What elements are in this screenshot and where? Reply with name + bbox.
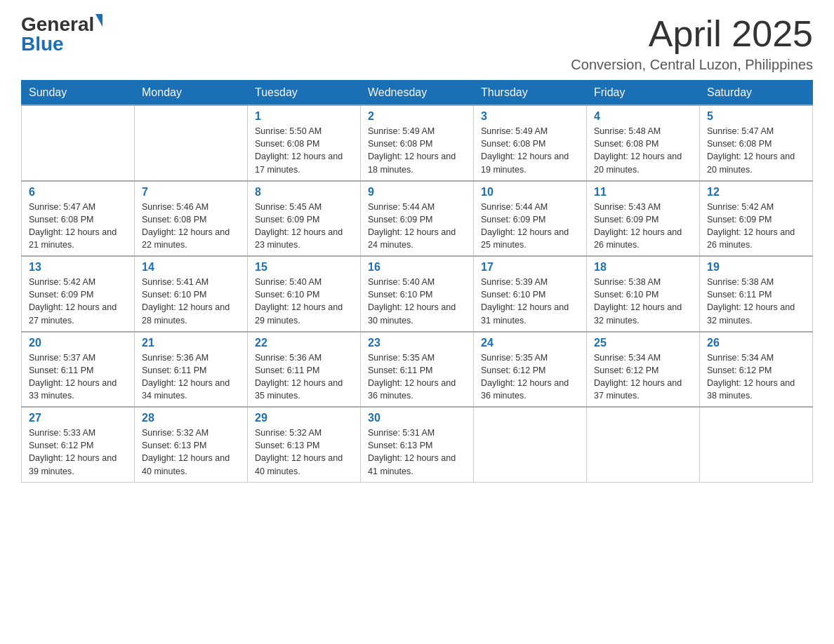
day-info: Sunrise: 5:34 AMSunset: 6:12 PMDaylight:… — [594, 351, 692, 403]
day-cell: 9Sunrise: 5:44 AMSunset: 6:09 PMDaylight… — [361, 181, 474, 257]
day-number: 16 — [368, 261, 466, 274]
day-info: Sunrise: 5:42 AMSunset: 6:09 PMDaylight:… — [29, 276, 127, 327]
day-cell: 14Sunrise: 5:41 AMSunset: 6:10 PMDayligh… — [135, 256, 248, 332]
day-number: 1 — [255, 110, 353, 123]
day-info: Sunrise: 5:39 AMSunset: 6:10 PMDaylight:… — [481, 276, 579, 327]
day-cell: 4Sunrise: 5:48 AMSunset: 6:08 PMDaylight… — [587, 105, 700, 181]
day-info: Sunrise: 5:44 AMSunset: 6:09 PMDaylight:… — [481, 201, 579, 252]
day-number: 14 — [142, 261, 240, 274]
day-cell — [22, 105, 135, 181]
day-cell — [587, 407, 700, 482]
month-title: April 2025 — [571, 14, 813, 54]
day-cell: 3Sunrise: 5:49 AMSunset: 6:08 PMDaylight… — [474, 105, 587, 181]
day-info: Sunrise: 5:32 AMSunset: 6:13 PMDaylight:… — [142, 427, 240, 478]
day-cell: 1Sunrise: 5:50 AMSunset: 6:08 PMDaylight… — [248, 105, 361, 181]
day-number: 7 — [142, 186, 240, 199]
day-info: Sunrise: 5:50 AMSunset: 6:08 PMDaylight:… — [255, 125, 353, 176]
day-info: Sunrise: 5:49 AMSunset: 6:08 PMDaylight:… — [481, 125, 579, 176]
week-row-4: 20Sunrise: 5:37 AMSunset: 6:11 PMDayligh… — [22, 332, 813, 408]
week-row-1: 1Sunrise: 5:50 AMSunset: 6:08 PMDaylight… — [22, 105, 813, 181]
day-number: 12 — [707, 186, 805, 199]
day-cell: 25Sunrise: 5:34 AMSunset: 6:12 PMDayligh… — [587, 332, 700, 408]
title-section: April 2025 Conversion, Central Luzon, Ph… — [571, 14, 813, 73]
calendar-table: SundayMondayTuesdayWednesdayThursdayFrid… — [21, 80, 813, 483]
day-number: 4 — [594, 110, 692, 123]
day-number: 20 — [29, 337, 127, 349]
day-cell: 8Sunrise: 5:45 AMSunset: 6:09 PMDaylight… — [248, 181, 361, 257]
day-number: 10 — [481, 186, 579, 199]
day-info: Sunrise: 5:42 AMSunset: 6:09 PMDaylight:… — [707, 201, 805, 252]
day-info: Sunrise: 5:35 AMSunset: 6:11 PMDaylight:… — [368, 351, 466, 403]
day-info: Sunrise: 5:47 AMSunset: 6:08 PMDaylight:… — [707, 125, 805, 176]
day-cell: 12Sunrise: 5:42 AMSunset: 6:09 PMDayligh… — [700, 181, 813, 257]
day-number: 13 — [29, 261, 127, 274]
day-number: 25 — [594, 337, 692, 349]
day-info: Sunrise: 5:40 AMSunset: 6:10 PMDaylight:… — [255, 276, 353, 327]
day-info: Sunrise: 5:43 AMSunset: 6:09 PMDaylight:… — [594, 201, 692, 252]
header-cell-thursday: Thursday — [474, 81, 587, 106]
location-title: Conversion, Central Luzon, Philippines — [571, 57, 813, 73]
day-cell: 6Sunrise: 5:47 AMSunset: 6:08 PMDaylight… — [22, 181, 135, 257]
day-cell: 13Sunrise: 5:42 AMSunset: 6:09 PMDayligh… — [22, 256, 135, 332]
day-number: 30 — [368, 412, 466, 424]
day-number: 3 — [481, 110, 579, 123]
day-info: Sunrise: 5:36 AMSunset: 6:11 PMDaylight:… — [142, 351, 240, 403]
day-cell: 18Sunrise: 5:38 AMSunset: 6:10 PMDayligh… — [587, 256, 700, 332]
day-cell: 10Sunrise: 5:44 AMSunset: 6:09 PMDayligh… — [474, 181, 587, 257]
day-info: Sunrise: 5:38 AMSunset: 6:11 PMDaylight:… — [707, 276, 805, 327]
day-info: Sunrise: 5:38 AMSunset: 6:10 PMDaylight:… — [594, 276, 692, 327]
day-cell: 5Sunrise: 5:47 AMSunset: 6:08 PMDaylight… — [700, 105, 813, 181]
day-cell: 21Sunrise: 5:36 AMSunset: 6:11 PMDayligh… — [135, 332, 248, 408]
day-info: Sunrise: 5:44 AMSunset: 6:09 PMDaylight:… — [368, 201, 466, 252]
day-cell: 15Sunrise: 5:40 AMSunset: 6:10 PMDayligh… — [248, 256, 361, 332]
day-number: 18 — [594, 261, 692, 274]
week-row-5: 27Sunrise: 5:33 AMSunset: 6:12 PMDayligh… — [22, 407, 813, 482]
day-number: 26 — [707, 337, 805, 349]
header-cell-friday: Friday — [587, 81, 700, 106]
day-number: 17 — [481, 261, 579, 274]
day-info: Sunrise: 5:35 AMSunset: 6:12 PMDaylight:… — [481, 351, 579, 403]
day-number: 29 — [255, 412, 353, 424]
day-number: 2 — [368, 110, 466, 123]
logo-arrow-icon — [95, 14, 102, 27]
week-row-3: 13Sunrise: 5:42 AMSunset: 6:09 PMDayligh… — [22, 256, 813, 332]
day-cell: 7Sunrise: 5:46 AMSunset: 6:08 PMDaylight… — [135, 181, 248, 257]
day-number: 19 — [707, 261, 805, 274]
day-info: Sunrise: 5:34 AMSunset: 6:12 PMDaylight:… — [707, 351, 805, 403]
calendar-header: SundayMondayTuesdayWednesdayThursdayFrid… — [22, 81, 813, 106]
day-number: 28 — [142, 412, 240, 424]
day-number: 21 — [142, 337, 240, 349]
day-cell — [700, 407, 813, 482]
day-cell: 20Sunrise: 5:37 AMSunset: 6:11 PMDayligh… — [22, 332, 135, 408]
page-header: General Blue April 2025 Conversion, Cent… — [21, 14, 813, 73]
day-number: 11 — [594, 186, 692, 199]
logo: General Blue — [21, 14, 102, 54]
day-cell: 17Sunrise: 5:39 AMSunset: 6:10 PMDayligh… — [474, 256, 587, 332]
day-number: 8 — [255, 186, 353, 199]
day-cell — [474, 407, 587, 482]
day-info: Sunrise: 5:41 AMSunset: 6:10 PMDaylight:… — [142, 276, 240, 327]
day-info: Sunrise: 5:49 AMSunset: 6:08 PMDaylight:… — [368, 125, 466, 176]
logo-general-text: General — [21, 13, 94, 35]
day-info: Sunrise: 5:47 AMSunset: 6:08 PMDaylight:… — [29, 201, 127, 252]
day-cell: 16Sunrise: 5:40 AMSunset: 6:10 PMDayligh… — [361, 256, 474, 332]
day-number: 6 — [29, 186, 127, 199]
day-number: 22 — [255, 337, 353, 349]
header-cell-tuesday: Tuesday — [248, 81, 361, 106]
day-cell — [135, 105, 248, 181]
day-cell: 30Sunrise: 5:31 AMSunset: 6:13 PMDayligh… — [361, 407, 474, 482]
day-number: 24 — [481, 337, 579, 349]
week-row-2: 6Sunrise: 5:47 AMSunset: 6:08 PMDaylight… — [22, 181, 813, 257]
day-info: Sunrise: 5:31 AMSunset: 6:13 PMDaylight:… — [368, 427, 466, 478]
day-cell: 23Sunrise: 5:35 AMSunset: 6:11 PMDayligh… — [361, 332, 474, 408]
header-cell-sunday: Sunday — [22, 81, 135, 106]
day-info: Sunrise: 5:32 AMSunset: 6:13 PMDaylight:… — [255, 427, 353, 478]
day-cell: 24Sunrise: 5:35 AMSunset: 6:12 PMDayligh… — [474, 332, 587, 408]
day-info: Sunrise: 5:46 AMSunset: 6:08 PMDaylight:… — [142, 201, 240, 252]
day-cell: 19Sunrise: 5:38 AMSunset: 6:11 PMDayligh… — [700, 256, 813, 332]
day-number: 27 — [29, 412, 127, 424]
header-cell-monday: Monday — [135, 81, 248, 106]
logo-blue-text: Blue — [21, 33, 64, 55]
day-info: Sunrise: 5:36 AMSunset: 6:11 PMDaylight:… — [255, 351, 353, 403]
day-number: 9 — [368, 186, 466, 199]
